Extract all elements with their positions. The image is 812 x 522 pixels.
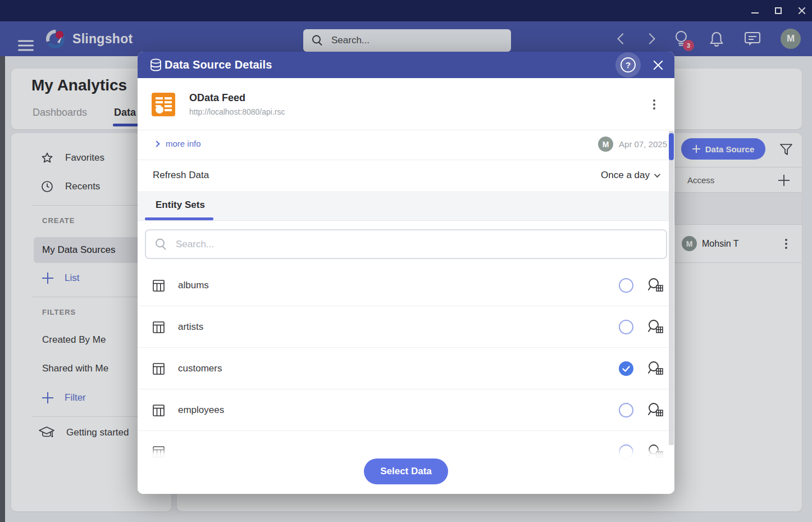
- refresh-data-label: Refresh Data: [153, 170, 209, 181]
- refresh-row: Refresh Data Once a day: [138, 160, 674, 191]
- refresh-frequency-dropdown[interactable]: Once a day: [601, 170, 659, 181]
- modified-by-avatar: M: [598, 137, 613, 152]
- source-menu-icon[interactable]: [653, 98, 655, 111]
- entity-row[interactable]: albums: [138, 265, 674, 306]
- entity-name: albums: [178, 280, 209, 291]
- more-info-link[interactable]: more info: [154, 139, 201, 148]
- chevron-right-icon: [153, 140, 159, 147]
- table-icon: [152, 279, 166, 293]
- entity-preview-icon[interactable]: [646, 361, 664, 377]
- chevron-down-icon: [654, 171, 660, 178]
- search-icon: [154, 238, 168, 251]
- odata-icon: [151, 92, 176, 117]
- source-name: OData Feed: [189, 92, 245, 104]
- modal-footer: Select Data: [138, 445, 674, 494]
- entity-preview-icon[interactable]: [646, 402, 664, 419]
- modal-scrollbar-track[interactable]: [669, 131, 674, 445]
- info-row: more info M Apr 07, 2025: [138, 130, 674, 160]
- entity-list: albums artists customers: [138, 265, 674, 473]
- source-summary: OData Feed http://localhost:8080/api.rsc: [138, 78, 674, 130]
- entity-select-toggle[interactable]: [619, 361, 633, 376]
- entity-search[interactable]: [145, 229, 667, 259]
- active-tab-indicator: [145, 217, 213, 220]
- source-url: http://localhost:8080/api.rsc: [189, 107, 285, 116]
- modified-date: Apr 07, 2025: [619, 139, 667, 149]
- modal-scrollbar-thumb[interactable]: [669, 133, 674, 160]
- entity-row[interactable]: artists: [138, 306, 674, 348]
- tab-entity-sets[interactable]: Entity Sets: [156, 199, 205, 211]
- entity-search-input[interactable]: [176, 239, 658, 250]
- table-icon: [152, 362, 166, 376]
- entity-select-toggle[interactable]: [619, 320, 633, 334]
- table-icon: [152, 403, 166, 417]
- entity-select-toggle[interactable]: [619, 278, 633, 293]
- modal-header: Data Source Details ?: [138, 52, 674, 78]
- modal-tabbar: Entity Sets: [138, 191, 674, 221]
- entity-preview-icon[interactable]: [646, 278, 664, 294]
- more-info-label: more info: [166, 139, 201, 148]
- entity-name: customers: [178, 363, 222, 374]
- data-source-details-modal: Data Source Details ? OData Feed http://…: [138, 52, 674, 494]
- refresh-frequency-value: Once a day: [601, 170, 650, 181]
- entity-name: employees: [178, 405, 224, 416]
- entity-preview-icon[interactable]: [646, 319, 664, 335]
- database-icon: [149, 58, 163, 72]
- entity-row[interactable]: customers: [138, 348, 674, 389]
- entity-name: artists: [178, 321, 203, 333]
- modal-close-icon[interactable]: [652, 59, 664, 71]
- table-icon: [152, 320, 166, 334]
- select-data-button[interactable]: Select Data: [364, 459, 448, 484]
- entity-row[interactable]: employees: [138, 389, 674, 431]
- help-icon[interactable]: ?: [615, 52, 641, 78]
- modal-title: Data Source Details: [165, 58, 272, 71]
- entity-select-toggle[interactable]: [619, 403, 633, 417]
